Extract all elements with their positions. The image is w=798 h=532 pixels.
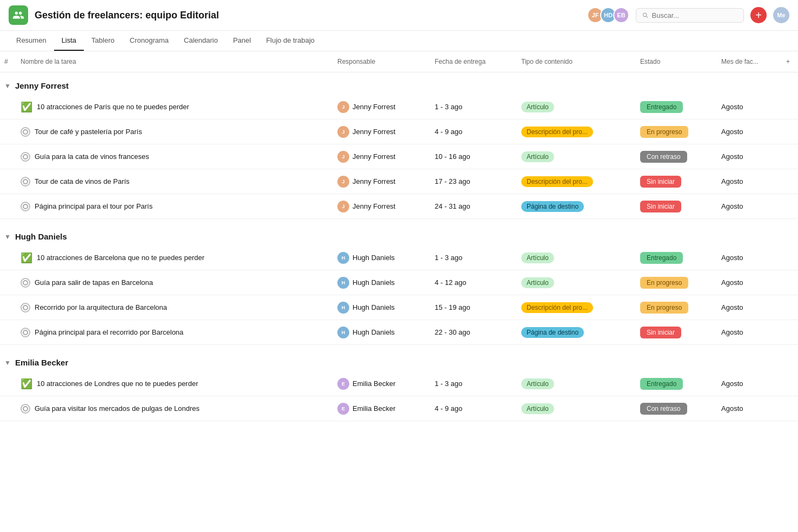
check-circle-icon[interactable] xyxy=(21,303,30,312)
date-text: 4 - 9 ago xyxy=(435,404,462,413)
task-name-text: Página principal para el recorrido por B… xyxy=(35,328,183,336)
assignee-avatar: H xyxy=(337,277,349,289)
group-toggle-0[interactable]: ▼ xyxy=(4,82,11,90)
estado-badge: Con retraso xyxy=(640,151,687,163)
check-circle-icon[interactable] xyxy=(21,177,30,187)
extra-cell xyxy=(782,304,798,311)
extra-cell xyxy=(782,129,798,135)
add-button[interactable]: + xyxy=(750,7,767,23)
assignee-avatar: J xyxy=(337,126,349,138)
search-box[interactable] xyxy=(636,8,744,23)
estado-badge: En progreso xyxy=(640,302,688,314)
check-circle-icon[interactable] xyxy=(21,152,30,162)
group-toggle-1[interactable]: ▼ xyxy=(4,233,11,241)
tipo-cell: Página de destino xyxy=(517,324,636,341)
assignee-avatar: E xyxy=(337,378,349,390)
tipo-badge: Artículo xyxy=(521,102,554,112)
table-row[interactable]: Guía para visitar los mercados de pulgas… xyxy=(0,396,798,421)
mes-text: Agosto xyxy=(721,202,743,210)
check-circle-icon[interactable] xyxy=(21,202,30,211)
group-header-1: ▼Hugh Daniels xyxy=(0,223,798,245)
table-row[interactable]: ✅10 atracciones de París que no te puede… xyxy=(0,95,798,119)
tipo-badge: Página de destino xyxy=(521,201,584,212)
group-name-0: Jenny Forrest xyxy=(15,81,69,90)
col-estado: Estado xyxy=(636,56,717,68)
mes-cell: Agosto xyxy=(717,199,782,214)
assignee-name: Emilia Becker xyxy=(353,404,395,413)
task-name-cell: Página principal para el tour por París xyxy=(16,198,333,215)
app-container: Gestión de freelancers: equipo Editorial… xyxy=(0,0,798,421)
row-num xyxy=(0,129,16,135)
mes-cell: Agosto xyxy=(717,124,782,139)
task-name-cell: ✅10 atracciones de Londres que no te pue… xyxy=(16,375,333,393)
table-header: # Nombre de la tarea Responsable Fecha d… xyxy=(0,51,798,72)
estado-badge: Entregado xyxy=(640,101,683,113)
tab-calendario[interactable]: Calendario xyxy=(176,31,225,51)
assignee-cell: HHugh Daniels xyxy=(333,298,430,317)
tab-resumen[interactable]: Resumen xyxy=(9,31,54,51)
table-row[interactable]: Guía para la cata de vinos francesesJJen… xyxy=(0,144,798,169)
task-name-cell: Recorrido por la arquitectura de Barcelo… xyxy=(16,300,333,316)
estado-badge: Sin iniciar xyxy=(640,176,681,188)
check-circle-icon[interactable] xyxy=(21,127,30,137)
col-tipo: Tipo de contenido xyxy=(517,56,636,68)
assignee-avatar: H xyxy=(337,302,349,314)
row-num xyxy=(0,154,16,160)
table-row[interactable]: Recorrido por la arquitectura de Barcelo… xyxy=(0,295,798,320)
tipo-badge: Descripción del pro... xyxy=(521,127,593,137)
tab-lista[interactable]: Lista xyxy=(54,31,84,51)
date-text: 1 - 3 ago xyxy=(435,103,462,111)
tab-cronograma[interactable]: Cronograma xyxy=(122,31,176,51)
assignee-name: Emilia Becker xyxy=(353,380,395,388)
task-name-cell: ✅10 atracciones de París que no te puede… xyxy=(16,98,333,116)
table-row[interactable]: Guía para salir de tapas en BarcelonaHHu… xyxy=(0,270,798,295)
check-circle-icon[interactable] xyxy=(21,404,30,414)
fecha-cell: 15 - 19 ago xyxy=(430,300,517,315)
tab-tablero[interactable]: Tablero xyxy=(84,31,122,51)
row-num xyxy=(0,255,16,261)
assignee-avatar: H xyxy=(337,327,349,338)
table-row[interactable]: ✅10 atracciones de Barcelona que no te p… xyxy=(0,245,798,270)
assignee-name: Hugh Daniels xyxy=(353,328,395,336)
table-body: ▼Jenny Forrest✅10 atracciones de París q… xyxy=(0,72,798,421)
row-num xyxy=(0,405,16,412)
check-circle-icon[interactable] xyxy=(21,278,30,288)
estado-badge: Sin iniciar xyxy=(640,327,681,338)
date-text: 1 - 3 ago xyxy=(435,380,462,388)
tipo-badge: Descripción del pro... xyxy=(521,176,593,187)
table-row[interactable]: Página principal para el recorrido por B… xyxy=(0,320,798,345)
estado-cell: En progreso xyxy=(636,274,717,292)
table-row[interactable]: Página principal para el tour por ParísJ… xyxy=(0,194,798,219)
estado-cell: Sin iniciar xyxy=(636,172,717,191)
check-done-icon: ✅ xyxy=(21,252,32,264)
assignee-cell: JJenny Forrest xyxy=(333,98,430,116)
assignee-avatar: E xyxy=(337,403,349,415)
table-row[interactable]: Tour de café y pastelería por ParísJJenn… xyxy=(0,119,798,144)
tipo-cell: Artículo xyxy=(517,249,636,267)
task-name-cell: Tour de cata de vinos de París xyxy=(16,174,333,190)
task-name-text: Tour de cata de vinos de París xyxy=(35,177,130,185)
check-circle-icon[interactable] xyxy=(21,328,30,337)
estado-cell: En progreso xyxy=(636,298,717,317)
assignee-name: Hugh Daniels xyxy=(353,303,395,311)
task-name-cell: Guía para la cata de vinos franceses xyxy=(16,149,333,165)
group-toggle-2[interactable]: ▼ xyxy=(4,359,11,367)
current-user-avatar: Me xyxy=(773,7,789,23)
tipo-cell: Descripción del pro... xyxy=(517,299,636,316)
estado-cell: Sin iniciar xyxy=(636,323,717,342)
table-row[interactable]: ✅10 atracciones de Londres que no te pue… xyxy=(0,371,798,396)
tab-panel[interactable]: Panel xyxy=(225,31,258,51)
col-add[interactable]: + xyxy=(782,56,798,68)
mes-cell: Agosto xyxy=(717,250,782,265)
assignee-name: Hugh Daniels xyxy=(353,254,395,262)
search-input[interactable] xyxy=(652,11,738,19)
col-num: # xyxy=(0,56,16,68)
tab-flujo[interactable]: Flujo de trabajo xyxy=(258,31,322,51)
table-row[interactable]: Tour de cata de vinos de ParísJJenny For… xyxy=(0,169,798,194)
group-2: ▼Emilia Becker✅10 atracciones de Londres… xyxy=(0,349,798,421)
header: Gestión de freelancers: equipo Editorial… xyxy=(0,0,798,31)
fecha-cell: 1 - 3 ago xyxy=(430,250,517,265)
date-text: 4 - 12 ago xyxy=(435,278,467,287)
assignee-avatar: J xyxy=(337,201,349,212)
date-text: 15 - 19 ago xyxy=(435,303,470,311)
